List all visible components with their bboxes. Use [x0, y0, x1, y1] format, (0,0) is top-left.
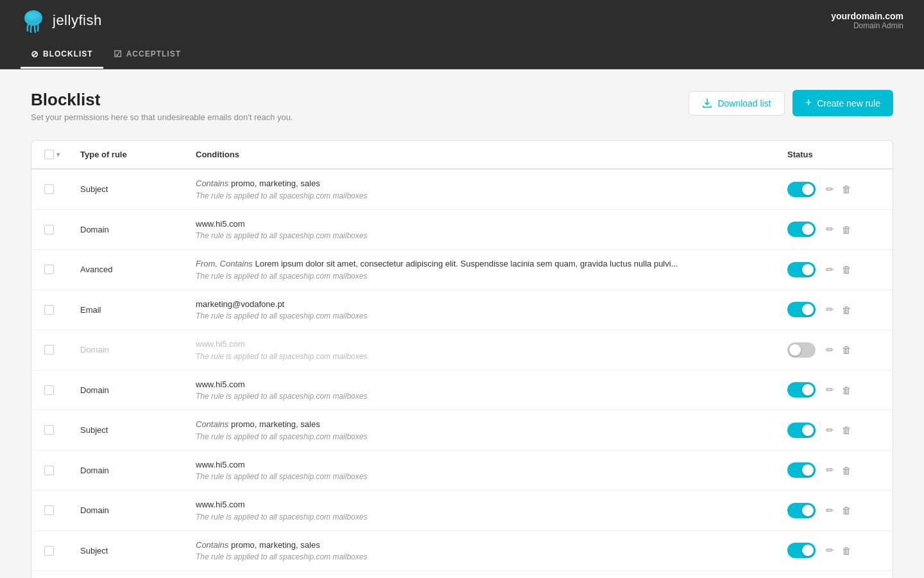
row-checkbox-cell	[31, 370, 70, 410]
row-toggle[interactable]	[787, 462, 816, 478]
row-toggle[interactable]	[787, 302, 816, 317]
row-status: ✏ 🗑	[777, 250, 893, 290]
page-subtitle: Set your permissions here so that undesi…	[31, 112, 293, 122]
row-toggle[interactable]	[787, 423, 816, 438]
domain-label: yourdomain.com	[831, 11, 903, 21]
blocklist-tab-icon: ⊘	[31, 49, 39, 59]
tab-blocklist[interactable]: ⊘ BLOCKLIST	[21, 41, 103, 69]
row-type: Domain	[70, 450, 185, 491]
download-list-label: Download list	[717, 98, 771, 109]
tab-blocklist-label: BLOCKLIST	[43, 49, 93, 58]
row-checkbox[interactable]	[44, 425, 54, 435]
table-row: Domain www.hi5.comThe rule is applied to…	[31, 370, 893, 410]
row-checkbox-cell	[31, 530, 70, 571]
table-row: Domain www.hi5.comThe rule is applied to…	[31, 330, 893, 371]
row-checkbox[interactable]	[44, 305, 54, 315]
row-conditions: www.hi5.comThe rule is applied to all sp…	[185, 370, 777, 410]
row-toggle[interactable]	[787, 262, 816, 277]
row-conditions: Contains promo, marketing, salesThe rule…	[185, 410, 777, 451]
col-conditions-header: Conditions	[185, 141, 777, 169]
create-plus-icon: +	[805, 96, 812, 110]
row-status: ✏ 🗑	[777, 330, 893, 371]
row-status: ✏ 🗑	[777, 571, 893, 579]
row-toggle[interactable]	[787, 503, 816, 518]
row-checkbox-cell	[31, 571, 70, 579]
row-type: Email	[70, 290, 185, 330]
col-status-header: Status	[777, 141, 893, 169]
row-status: ✏ 🗑	[777, 410, 893, 451]
create-rule-label: Create new rule	[817, 98, 880, 109]
row-checkbox-cell	[31, 330, 70, 371]
row-type: Domain	[70, 209, 185, 250]
row-conditions: www.hi5.comThe rule is applied to all sp…	[185, 330, 777, 371]
row-conditions: marketing@vodafone.ptThe rule is applied…	[185, 290, 777, 330]
edit-icon[interactable]: ✏	[826, 344, 834, 356]
delete-icon[interactable]: 🗑	[842, 545, 851, 556]
row-checkbox[interactable]	[44, 225, 54, 234]
delete-icon[interactable]: 🗑	[842, 304, 851, 315]
delete-icon[interactable]: 🗑	[842, 505, 851, 516]
edit-icon[interactable]: ✏	[826, 304, 834, 315]
row-type: Subject	[70, 169, 185, 209]
download-list-button[interactable]: Download list	[689, 91, 784, 116]
delete-icon[interactable]: 🗑	[842, 425, 851, 435]
edit-icon[interactable]: ✏	[826, 505, 834, 516]
svg-point-2	[27, 12, 40, 20]
page-title-section: Blocklist Set your permissions here so t…	[31, 90, 293, 122]
tab-acceptlist-label: ACCEPTLIST	[126, 49, 181, 58]
row-checkbox-cell	[31, 209, 70, 250]
table-row: Domain www.hi5.comThe rule is applied to…	[31, 209, 893, 250]
acceptlist-tab-icon: ☑	[114, 49, 123, 59]
row-checkbox[interactable]	[44, 505, 54, 515]
table-row: Subject Contains promo, marketing, sales…	[31, 410, 893, 451]
col-checkbox: ▾	[31, 141, 70, 169]
edit-icon[interactable]: ✏	[826, 184, 834, 195]
row-type: Domain	[70, 330, 185, 371]
edit-icon[interactable]: ✏	[826, 425, 834, 436]
rules-table: ▾ Type of rule Conditions Status	[31, 141, 893, 578]
delete-icon[interactable]: 🗑	[842, 385, 851, 396]
row-checkbox-cell	[31, 410, 70, 451]
row-checkbox[interactable]	[44, 184, 54, 194]
row-status: ✏ 🗑	[777, 290, 893, 330]
select-all-chevron[interactable]: ▾	[56, 151, 60, 158]
row-checkbox[interactable]	[44, 546, 54, 556]
edit-icon[interactable]: ✏	[826, 223, 834, 235]
user-info: yourdomain.com Domain Admin	[831, 11, 903, 30]
edit-icon[interactable]: ✏	[826, 545, 834, 556]
row-conditions: www.hi5.comThe rule is applied to all sp…	[185, 450, 777, 491]
row-status: ✏ 🗑	[777, 530, 893, 571]
row-toggle[interactable]	[787, 543, 816, 558]
delete-icon[interactable]: 🗑	[842, 264, 851, 275]
select-all-checkbox[interactable]	[44, 150, 54, 159]
delete-icon[interactable]: 🗑	[842, 344, 851, 355]
logo-area: jellyfish	[21, 8, 102, 33]
row-toggle[interactable]	[787, 182, 816, 197]
tab-acceptlist[interactable]: ☑ ACCEPTLIST	[103, 41, 191, 69]
row-toggle[interactable]	[787, 342, 816, 358]
edit-icon[interactable]: ✏	[826, 384, 834, 396]
row-checkbox-cell	[31, 491, 70, 531]
row-checkbox[interactable]	[44, 466, 54, 475]
row-status: ✏ 🗑	[777, 370, 893, 410]
create-new-rule-button[interactable]: + Create new rule	[792, 90, 893, 116]
row-toggle[interactable]	[787, 382, 816, 398]
row-conditions: Contains promo, marketing, salesThe rule…	[185, 169, 777, 209]
row-conditions: www.hi5.comThe rule is applied to all sp…	[185, 491, 777, 531]
delete-icon[interactable]: 🗑	[842, 465, 851, 476]
delete-icon[interactable]: 🗑	[842, 184, 851, 195]
row-type: Email	[70, 571, 185, 579]
edit-icon[interactable]: ✏	[826, 264, 834, 276]
row-toggle[interactable]	[787, 222, 816, 237]
row-status: ✏ 🗑	[777, 491, 893, 531]
rules-table-container: ▾ Type of rule Conditions Status	[31, 140, 893, 578]
row-type: Domain	[70, 491, 185, 531]
delete-icon[interactable]: 🗑	[842, 224, 851, 235]
edit-icon[interactable]: ✏	[826, 464, 834, 476]
row-conditions: www.hi5.comThe rule is applied to all sp…	[185, 209, 777, 250]
row-checkbox[interactable]	[44, 345, 54, 355]
jellyfish-logo-icon	[21, 8, 46, 33]
row-type: Domain	[70, 370, 185, 410]
row-checkbox[interactable]	[44, 385, 54, 395]
row-checkbox[interactable]	[44, 265, 54, 274]
